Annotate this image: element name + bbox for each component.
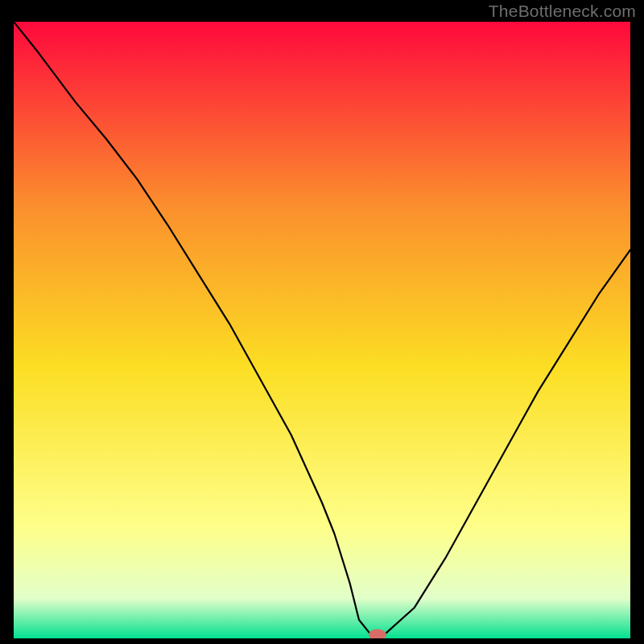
chart-stage: TheBottleneck.com: [0, 0, 644, 644]
bottleneck-plot: [14, 22, 630, 638]
watermark-text: TheBottleneck.com: [489, 2, 636, 21]
gradient-background: [14, 22, 630, 638]
